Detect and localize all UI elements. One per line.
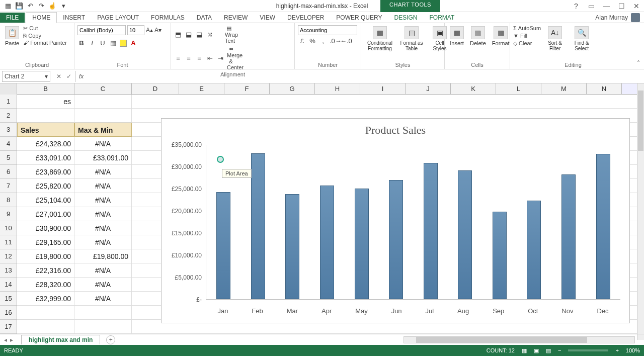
insert-cells-button[interactable]: ▦Insert — [448, 25, 466, 47]
bar[interactable] — [320, 186, 334, 299]
fill-button[interactable]: ▼ Fill — [513, 33, 541, 39]
formula-input[interactable] — [87, 71, 644, 82]
col-header-C[interactable]: C — [74, 83, 132, 94]
comma-icon[interactable]: , — [319, 37, 327, 45]
orientation-icon[interactable]: ⤭ — [206, 31, 214, 38]
decrease-indent-icon[interactable]: ⇤ — [206, 54, 214, 62]
cell[interactable]: £28,320.00 — [17, 278, 74, 292]
row-header-17[interactable]: 17 — [0, 320, 17, 334]
row-header-4[interactable]: 4 — [0, 137, 17, 151]
clear-button[interactable]: ◇ Clear — [513, 40, 541, 47]
shrink-font-icon[interactable]: A▾ — [154, 27, 162, 34]
cell[interactable]: £25,820.00 — [17, 179, 74, 193]
align-left-icon[interactable]: ≡ — [174, 54, 182, 62]
number-format-select[interactable] — [298, 25, 357, 35]
font-size-input[interactable] — [127, 25, 144, 35]
tab-home[interactable]: HOME — [26, 12, 57, 23]
view-normal-icon[interactable]: ▦ — [522, 347, 527, 354]
fx-icon[interactable]: fx — [76, 73, 87, 80]
cancel-formula-icon[interactable]: ✕ — [56, 73, 61, 80]
tab-developer[interactable]: DEVELOPER — [281, 13, 330, 23]
ribbon-options-icon[interactable]: ▭ — [586, 2, 597, 10]
chevron-down-icon[interactable]: ▾ — [45, 73, 48, 80]
cell[interactable]: #N/A — [74, 292, 132, 306]
tab-formulas[interactable]: FORMULAS — [145, 13, 191, 23]
tab-format[interactable]: FORMAT — [424, 13, 461, 23]
underline-button[interactable]: U — [99, 39, 107, 47]
cell[interactable]: #N/A — [74, 221, 132, 235]
copy-button[interactable]: ⎘ Copy — [23, 33, 67, 39]
find-select-button[interactable]: 🔍Find & Select — [569, 25, 594, 52]
col-header-E[interactable]: E — [179, 83, 224, 94]
y-axis[interactable]: £35,000.00£30,000.00£25,000.00£20,000.00… — [162, 145, 205, 300]
cell[interactable]: £32,999.00 — [17, 292, 74, 306]
bar[interactable] — [355, 189, 369, 299]
align-right-icon[interactable]: ≡ — [195, 54, 203, 62]
name-box[interactable]: Chart 2▾ — [2, 71, 50, 82]
row-header-5[interactable]: 5 — [0, 151, 17, 165]
cell[interactable]: £33,091.00 — [17, 151, 74, 165]
col-header-M[interactable]: M — [541, 83, 587, 94]
zoom-level[interactable]: 100% — [626, 347, 640, 353]
x-axis[interactable]: JanFebMarAprMayJunJulAugSepOctNovDec — [206, 307, 620, 315]
maximize-icon[interactable]: ☐ — [616, 2, 627, 10]
help-icon[interactable]: ? — [571, 2, 582, 10]
row-header-3[interactable]: 3 — [0, 123, 17, 137]
bar[interactable] — [285, 194, 299, 299]
tab-view[interactable]: VIEW — [254, 13, 281, 23]
row-header-12[interactable]: 12 — [0, 249, 17, 263]
cell[interactable]: #N/A — [74, 193, 132, 207]
tab-design[interactable]: DESIGN — [388, 13, 423, 23]
customize-icon[interactable]: ▾ — [59, 2, 67, 10]
tab-file[interactable]: FILE — [0, 13, 25, 23]
cell[interactable] — [132, 95, 644, 109]
align-center-icon[interactable]: ≡ — [185, 54, 193, 62]
align-middle-icon[interactable]: ⬓ — [185, 31, 193, 38]
view-break-icon[interactable]: ▤ — [546, 347, 551, 354]
format-as-table-button[interactable]: ▤Format as Table — [397, 25, 426, 52]
decrease-decimal-icon[interactable]: ←.0 — [340, 37, 348, 45]
chart-title[interactable]: Product Sales — [162, 124, 629, 137]
accounting-icon[interactable]: £ — [298, 37, 306, 45]
border-button[interactable]: ▦ — [109, 39, 117, 47]
cell[interactable] — [74, 95, 132, 109]
row-header-13[interactable]: 13 — [0, 263, 17, 278]
save-icon[interactable]: 💾 — [15, 2, 23, 10]
row-header-9[interactable]: 9 — [0, 207, 17, 221]
cell[interactable]: £23,869.00 — [17, 165, 74, 179]
cut-button[interactable]: ✂ Cut — [23, 25, 67, 32]
bar[interactable] — [216, 192, 230, 299]
redo-icon[interactable]: ↷ — [37, 2, 45, 10]
italic-button[interactable]: I — [88, 39, 96, 47]
col-header-D[interactable]: D — [132, 83, 179, 94]
select-all-button[interactable] — [0, 83, 17, 95]
col-header-J[interactable]: J — [406, 83, 451, 94]
zoom-slider[interactable] — [568, 349, 608, 351]
plot-area[interactable] — [206, 145, 620, 300]
percent-icon[interactable]: % — [308, 37, 316, 45]
bar[interactable] — [493, 212, 507, 299]
close-icon[interactable]: ✕ — [631, 2, 642, 10]
bar[interactable] — [596, 154, 610, 299]
cell[interactable]: #N/A — [74, 165, 132, 179]
cell[interactable]: #N/A — [74, 278, 132, 292]
grow-font-icon[interactable]: A▴ — [146, 27, 153, 34]
row-header-14[interactable]: 14 — [0, 278, 17, 292]
cell[interactable]: Max & Min — [74, 123, 132, 137]
delete-cells-button[interactable]: ▦Delete — [468, 25, 488, 47]
col-header-F[interactable]: F — [224, 83, 270, 94]
sort-filter-button[interactable]: A↓Sort & Filter — [543, 25, 567, 52]
row-header-1[interactable]: 1 — [0, 95, 17, 109]
horizontal-scrollbar[interactable] — [404, 336, 635, 343]
increase-indent-icon[interactable]: ⇥ — [216, 54, 224, 62]
sheet-tab[interactable]: highlight max and min — [21, 335, 100, 344]
undo-icon[interactable]: ↶ — [26, 2, 34, 10]
cell[interactable]: £19,800.00 — [17, 249, 74, 263]
align-bottom-icon[interactable]: ⬓ — [195, 31, 203, 38]
cell[interactable]: £29,165.00 — [17, 235, 74, 249]
bar[interactable] — [527, 201, 541, 299]
zoom-out-icon[interactable]: − — [558, 347, 561, 353]
zoom-in-icon[interactable]: + — [615, 347, 618, 353]
touch-mode-icon[interactable]: ☝ — [48, 2, 56, 10]
cell[interactable] — [74, 320, 132, 334]
